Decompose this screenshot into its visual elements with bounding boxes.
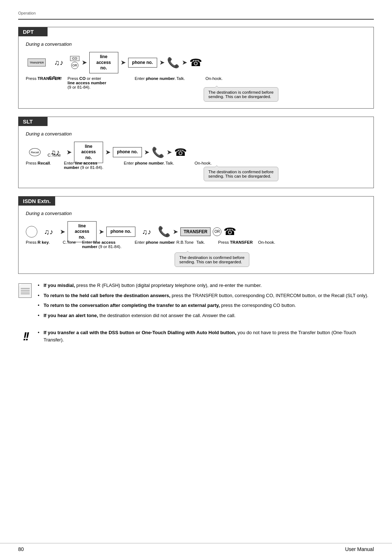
rbtone-icon-isdn: ♫♪ [138, 228, 156, 235]
recall-icon: Recall [26, 148, 44, 156]
isdn-label-r: Press R key. [26, 240, 60, 244]
isdn-label-talk: Talk. [196, 240, 218, 244]
slt-label-recall: Press Recall. [26, 161, 64, 165]
dpt-label-co: Press CO or enterline access number(9 or… [68, 76, 124, 89]
dpt-label-talk: Talk. [176, 76, 205, 81]
warning-content: • If you transfer a call with the DSS bu… [38, 329, 374, 343]
co-or-stack-dpt: CO OR [70, 56, 79, 69]
slt-ctone-label: C.Tone [48, 153, 388, 157]
exclaim-mark: !! [23, 330, 28, 343]
section-label: Operation [18, 11, 374, 15]
arrow1-dpt: ➤ [82, 58, 87, 66]
notepad-body [19, 283, 32, 298]
notes-list: If you misdial, press the R (FLASH) butt… [38, 282, 374, 319]
isdn-label-line-access: Enter line accessnumber (9 or 81-84). [82, 240, 135, 249]
line-access-box-slt: line accessno. [74, 142, 103, 163]
notes-section: If you misdial, press the R (FLASH) butt… [18, 282, 374, 322]
note-item-2: To return to the held call before the de… [38, 292, 374, 299]
transfer-img: TRANSFER [28, 58, 46, 66]
dpt-label-transfer: Press TRANSFER. [26, 76, 68, 81]
isdn-bubble: The destination is confirmed beforesendi… [175, 252, 249, 267]
music-notes-dpt: ♫♪ [54, 59, 64, 66]
slt-label-talk: Talk. [166, 161, 195, 165]
bottom-bar: 80 User Manual [0, 543, 392, 555]
dpt-bubble: The destination is confirmed beforesendi… [204, 87, 278, 102]
isdn-label-onhook: On-hook. [258, 240, 283, 244]
warning-icon: !! [18, 329, 33, 343]
isdn-label-ctone: C.Tone [60, 240, 78, 244]
ctone-icon-dpt: ♫♪ [50, 59, 68, 66]
isdn-label-row: Press R key. C.Tone Enter line accessnum… [26, 240, 366, 249]
isdn-flow-row: ♫♪ ➤ line accessno. ➤ phone no. ♫♪ 📞 [26, 221, 366, 243]
slt-label-line-access: Enter line accessnumber (9 or 81-84). [64, 161, 124, 170]
talk-icon-dpt: 📞 [167, 57, 180, 69]
warning-section: !! • If you transfer a call with the DSS… [18, 329, 374, 343]
phone-no-box-isdn: phone no. [106, 227, 135, 237]
warning-list: • If you transfer a call with the DSS bu… [38, 329, 374, 343]
arrow2-isdn: ➤ [99, 228, 104, 236]
note-item-4: If you hear an alert tone, the destinati… [38, 312, 374, 319]
line-access-box-isdn: line accessno. [68, 221, 97, 243]
note-line-2 [21, 290, 30, 291]
slt-label-onhook: On-hook. [195, 161, 224, 165]
page: Operation DPT During a conversation TRAN… [0, 0, 392, 555]
or-circle-isdn: OR [213, 227, 221, 236]
dpt-during: During a conversation [26, 41, 366, 47]
isdn-section: ISDN Extn. During a conversation ♫♪ ➤ li… [18, 196, 374, 274]
music-notes-isdn: ♫♪ [44, 228, 53, 235]
phone-no-box-dpt: phone no. [128, 58, 157, 68]
dpt-label-phone: Enter phone number. [135, 76, 176, 81]
isdn-during: During a conversation [26, 211, 366, 216]
note-line-4 [21, 293, 30, 294]
co-box-dpt: CO [70, 56, 79, 61]
transfer-button-isdn: TRANSFER [180, 227, 211, 236]
slt-label-row: Press Recall. Enter line accessnumber (9… [26, 161, 366, 170]
transfer-icon: TRANSFER [26, 58, 48, 66]
slt-bubble: The destination is confirmed beforesendi… [204, 167, 278, 181]
dpt-section: DPT During a conversation TRANSFER ♫♪ CO… [18, 27, 374, 109]
manual-title: User Manual [345, 546, 374, 552]
note-line-1 [21, 288, 30, 289]
arrow2-dpt: ➤ [121, 58, 126, 66]
talk-icon-isdn: 📞 [158, 226, 171, 238]
isdn-bubble-container: The destination is confirmed beforesendi… [164, 250, 366, 267]
music-notes-rbtone: ♫♪ [142, 228, 151, 235]
notepad-corner [19, 284, 22, 287]
isdn-label-transfer: Press TRANSFER [218, 240, 258, 244]
onhook-icon-dpt: ☎ [189, 57, 202, 69]
dpt-bubble-container: The destination is confirmed beforesendi… [193, 85, 366, 102]
note-content: If you misdial, press the R (FLASH) butt… [38, 282, 374, 322]
arrow3-dpt: ➤ [159, 58, 165, 66]
isdn-label-rbtone: R.B.Tone [176, 240, 196, 244]
slt-header: SLT [19, 117, 48, 126]
slt-label-phone: Enter phone number. [124, 161, 166, 165]
top-rule [18, 19, 374, 20]
warning-item: • If you transfer a call with the DSS bu… [38, 329, 374, 343]
r-key-icon [26, 226, 37, 238]
or-circle-dpt: OR [71, 62, 78, 69]
note-item-1: If you misdial, press the R (FLASH) butt… [38, 282, 374, 289]
ctone-icon-isdn: ♫♪ [40, 228, 58, 235]
note-item-3: To return to the conversation after comp… [38, 302, 374, 309]
notepad-icon [19, 283, 32, 299]
slt-during: During a conversation [26, 131, 366, 137]
dpt-header: DPT [19, 27, 48, 36]
isdn-label-phone: Enter phone number [135, 240, 176, 244]
page-number: 80 [18, 546, 24, 552]
arrow1-isdn: ➤ [60, 228, 65, 236]
note-line-3 [21, 292, 30, 292]
isdn-header: ISDN Extn. [19, 197, 55, 206]
recall-circle: Recall [29, 148, 41, 156]
slt-section: SLT During a conversation Recall ♫♪ ➤ li… [18, 117, 374, 188]
onhook-icon-isdn: ☎ [224, 226, 236, 238]
line-access-box-dpt: line accessno. [89, 52, 118, 73]
note-icon [18, 282, 33, 322]
arrow3-isdn: ➤ [173, 228, 178, 236]
slt-flow-row: Recall ♫♪ ➤ line accessno. ➤ phone no. ➤ [26, 142, 366, 163]
dpt-label-onhook: On-hook. [205, 76, 234, 81]
dpt-flow-row: TRANSFER ♫♪ CO OR ➤ line accessno. ➤ [26, 52, 366, 73]
arrow4-dpt: ➤ [182, 58, 187, 66]
